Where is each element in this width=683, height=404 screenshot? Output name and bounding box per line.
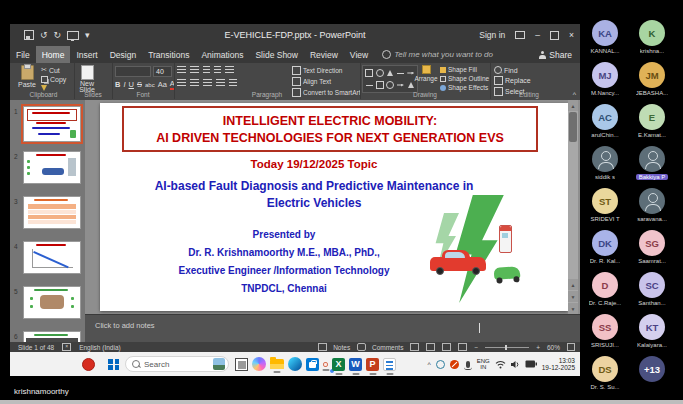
- participant-avatar[interactable]: +13: [639, 356, 665, 382]
- shape-effects-button[interactable]: Shape Effects: [440, 84, 489, 91]
- notes-app-icon[interactable]: [383, 358, 396, 371]
- participant-avatar[interactable]: [639, 188, 665, 214]
- tab-insert[interactable]: Insert: [70, 46, 103, 63]
- word-icon[interactable]: W: [349, 358, 362, 371]
- participant-avatar[interactable]: MJ: [592, 62, 618, 88]
- save-icon[interactable]: [24, 30, 34, 40]
- participant-avatar[interactable]: D: [592, 272, 618, 298]
- new-slide-button[interactable]: New Slide: [74, 65, 100, 93]
- shape-fill-button[interactable]: Shape Fill: [440, 66, 489, 73]
- fit-to-window-icon[interactable]: [567, 343, 575, 351]
- spellcheck-icon[interactable]: ×: [62, 343, 71, 351]
- bullets-icon[interactable]: [177, 66, 186, 74]
- text-direction-button[interactable]: Text Direction: [292, 66, 360, 75]
- tab-home[interactable]: Home: [36, 46, 71, 63]
- line-spacing-icon[interactable]: [225, 66, 234, 74]
- undo-icon[interactable]: ↺: [40, 30, 48, 40]
- slide-thumbnail-6[interactable]: [23, 331, 81, 342]
- microsoft-store-icon[interactable]: [306, 358, 319, 371]
- microphone-tray-icon[interactable]: [466, 361, 470, 368]
- font-size-combo[interactable]: 40: [153, 66, 172, 77]
- slide-sorter-view-icon[interactable]: [426, 343, 435, 351]
- battery-icon[interactable]: [525, 360, 537, 368]
- participant-avatar[interactable]: [592, 146, 618, 172]
- ribbon-display-options-icon[interactable]: [515, 31, 525, 39]
- slide-thumbnail-1[interactable]: [23, 106, 81, 142]
- arrange-button[interactable]: Arrange: [416, 65, 436, 82]
- numbering-icon[interactable]: [190, 66, 199, 74]
- tab-animations[interactable]: Animations: [195, 46, 249, 63]
- participant-avatar[interactable]: ST: [592, 188, 618, 214]
- participant-avatar[interactable]: JM: [639, 62, 665, 88]
- tab-review[interactable]: Review: [304, 46, 344, 63]
- justify-icon[interactable]: [216, 79, 225, 87]
- zoom-out-icon[interactable]: −: [474, 344, 478, 351]
- search-box[interactable]: Search: [125, 356, 229, 372]
- excel-icon[interactable]: X: [332, 358, 345, 371]
- vertical-scrollbar[interactable]: ▲ ▲ ▼ ▼: [568, 100, 578, 314]
- replace-button[interactable]: Replace: [494, 76, 531, 85]
- align-text-button[interactable]: Align Text: [292, 77, 360, 86]
- paste-button[interactable]: Paste: [14, 65, 40, 88]
- shapes-gallery[interactable]: [362, 65, 418, 93]
- slide-topic-line1[interactable]: AI-based Fault Diagnosis and Predictive …: [100, 179, 528, 193]
- participant-avatar[interactable]: [639, 146, 665, 172]
- italic-button[interactable]: I: [123, 80, 125, 89]
- slide-thumbnail-panel[interactable]: 1 2 3: [10, 100, 85, 342]
- slide-title-line1[interactable]: INTELLIGENT ELECTRIC MOBILITY:: [124, 114, 536, 128]
- copilot-icon[interactable]: [252, 357, 266, 371]
- comments-toggle[interactable]: Comments: [357, 343, 403, 351]
- zoom-slider[interactable]: [485, 347, 529, 348]
- maximize-icon[interactable]: [550, 31, 559, 40]
- tab-file[interactable]: File: [10, 46, 36, 63]
- notes-toggle[interactable]: Notes: [318, 343, 350, 351]
- participant-avatar[interactable]: K: [639, 20, 665, 46]
- strikethrough-button[interactable]: S: [137, 80, 142, 89]
- slide-presented-by[interactable]: Presented by: [100, 229, 468, 240]
- participant-avatar[interactable]: E: [639, 104, 665, 130]
- next-slide-icon[interactable]: ▼: [568, 291, 578, 302]
- minimize-icon[interactable]: –: [535, 30, 540, 40]
- columns-icon[interactable]: [229, 79, 237, 87]
- participant-avatar[interactable]: SC: [639, 272, 665, 298]
- scrollbar-thumb[interactable]: [569, 112, 577, 142]
- participant-avatar[interactable]: AC: [592, 104, 618, 130]
- tab-view[interactable]: View: [344, 46, 374, 63]
- find-button[interactable]: Find: [494, 66, 531, 74]
- scroll-down-icon[interactable]: ▼: [568, 303, 578, 314]
- zoom-slider-thumb[interactable]: [505, 345, 507, 350]
- powerpoint-icon[interactable]: P: [366, 358, 379, 371]
- slide-title-line2[interactable]: AI DRIVEN TECHNOLOGIES FOR NEXT GENERATI…: [124, 131, 536, 145]
- align-center-icon[interactable]: [190, 79, 199, 87]
- slide-organization[interactable]: TNPDCL, Chennai: [100, 283, 468, 294]
- edge-icon[interactable]: [288, 357, 302, 371]
- decrease-indent-icon[interactable]: [203, 66, 210, 74]
- font-name-combo[interactable]: [115, 66, 151, 77]
- tab-slide-show[interactable]: Slide Show: [249, 46, 304, 63]
- reading-view-icon[interactable]: [442, 343, 451, 351]
- wifi-icon[interactable]: [495, 360, 506, 369]
- increase-indent-icon[interactable]: [214, 66, 221, 74]
- notes-pane[interactable]: Click to add notes: [85, 314, 580, 342]
- participant-avatar[interactable]: SG: [639, 230, 665, 256]
- change-case-button[interactable]: Aa: [158, 80, 167, 89]
- align-left-icon[interactable]: [177, 79, 186, 87]
- zoom-level[interactable]: 60%: [547, 344, 560, 351]
- participant-avatar[interactable]: SS: [592, 314, 618, 340]
- close-icon[interactable]: ×: [569, 30, 574, 40]
- copy-button[interactable]: Copy: [41, 76, 66, 83]
- redo-icon[interactable]: ↻: [54, 30, 62, 40]
- scroll-up-icon[interactable]: ▲: [568, 100, 578, 111]
- sign-in-link[interactable]: Sign in: [479, 30, 505, 40]
- participant-avatar[interactable]: DS: [592, 356, 618, 382]
- tell-me-box[interactable]: Tell me what you want to do: [382, 46, 493, 63]
- file-explorer-icon[interactable]: [270, 359, 284, 369]
- slide-presenter-name[interactable]: Dr. R. Krishnamoorthy M.E., MBA., PhD.,: [100, 247, 468, 258]
- slide-thumbnail-3[interactable]: [23, 196, 81, 229]
- cut-button[interactable]: ✂Cut: [41, 66, 66, 74]
- slideshow-view-icon[interactable]: [458, 343, 467, 351]
- character-spacing-button[interactable]: abc: [145, 82, 155, 88]
- tray-chevron-icon[interactable]: ^: [427, 361, 430, 368]
- input-language[interactable]: ENGIN: [477, 358, 490, 370]
- participant-avatar[interactable]: KA: [592, 20, 618, 46]
